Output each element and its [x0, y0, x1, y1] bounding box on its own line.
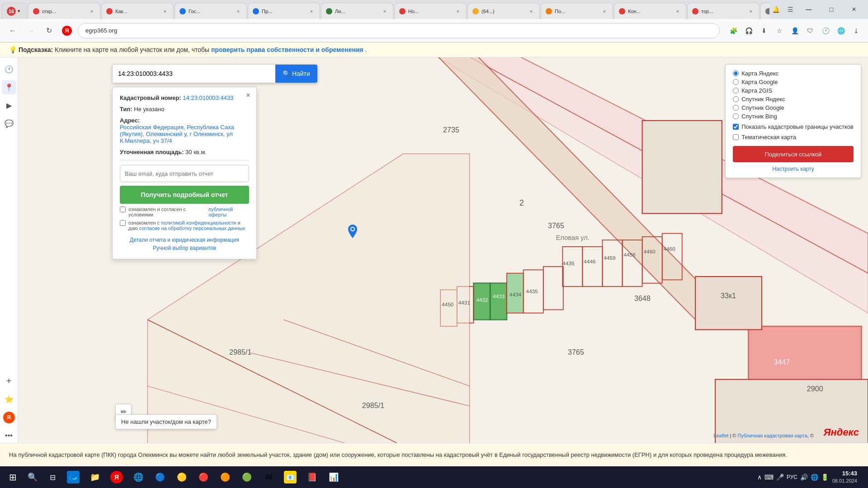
taskbar-search-button[interactable]: 🔍: [24, 468, 42, 486]
tab-8[interactable]: (64...) ×: [467, 3, 540, 19]
tab-5[interactable]: Пр... ×: [248, 3, 320, 19]
leaflet-link[interactable]: Leaflet: [713, 433, 728, 438]
tray-mic-icon[interactable]: 🎤: [776, 474, 784, 481]
search-button[interactable]: 🔍 Найти: [275, 65, 317, 83]
tray-battery-icon[interactable]: 🔋: [821, 474, 829, 481]
tab-close-8[interactable]: ×: [528, 8, 535, 15]
tab-close-9[interactable]: ×: [601, 8, 608, 15]
radio-bing-sat-input[interactable]: [733, 113, 739, 119]
tab-3[interactable]: Как... ×: [101, 3, 174, 19]
taskbar-mail2-app[interactable]: 📧: [280, 469, 300, 485]
clock-icon[interactable]: 🕐: [819, 24, 832, 37]
sidebar-chat-icon[interactable]: 💬: [2, 116, 16, 131]
tab-close-6[interactable]: ×: [381, 8, 388, 15]
personal-data-link[interactable]: согласие на обработку персональных данны…: [139, 225, 245, 231]
tab-close-2[interactable]: ×: [88, 8, 95, 15]
share-button[interactable]: Поделиться ссылкой: [733, 146, 854, 162]
tab-9[interactable]: По... ×: [541, 3, 613, 19]
tab-counter[interactable]: 16 ▾: [2, 3, 27, 19]
tab-10[interactable]: Кон... ×: [614, 3, 686, 19]
close-button[interactable]: ×: [844, 2, 864, 17]
tab-close-11[interactable]: ×: [747, 8, 755, 15]
search-input[interactable]: [113, 65, 275, 83]
radio-google-map-input[interactable]: [733, 79, 739, 85]
email-input[interactable]: [120, 165, 249, 182]
sidebar-clock-icon[interactable]: 🕐: [2, 62, 16, 76]
taskbar-app-8[interactable]: 🟠: [215, 469, 235, 485]
forward-button[interactable]: →: [24, 23, 38, 38]
minimize-button[interactable]: ─: [798, 2, 819, 17]
offer-checkbox[interactable]: [120, 206, 126, 212]
offer-link[interactable]: публичной оферты: [208, 206, 249, 217]
tray-up-icon[interactable]: ∧: [757, 474, 762, 481]
sidebar-video-icon[interactable]: ▶: [2, 98, 16, 113]
menu-icon[interactable]: ☰: [784, 3, 797, 16]
cadastral-link[interactable]: 14:23:010003:4433: [183, 94, 233, 101]
taskbar-app-9[interactable]: 🟢: [237, 469, 257, 485]
tab-6[interactable]: Ли... ×: [321, 3, 393, 19]
taskbar-excel-app[interactable]: 📊: [324, 469, 344, 485]
radio-yandex-sat-input[interactable]: [733, 96, 739, 102]
downloads-icon[interactable]: ⬇: [758, 24, 770, 37]
taskbar-app-7[interactable]: 🔴: [193, 469, 213, 485]
tab-close-4[interactable]: ×: [235, 8, 242, 15]
bookmark-icon[interactable]: ☆: [773, 24, 786, 37]
radio-google-sat-input[interactable]: [733, 105, 739, 111]
profile-icon[interactable]: 👤: [788, 24, 801, 37]
sidebar-add-icon[interactable]: +: [2, 374, 16, 389]
taskbar-taskview-button[interactable]: ⊟: [43, 468, 61, 486]
taskbar-app-5[interactable]: 🔵: [150, 469, 170, 485]
tab-4[interactable]: Гос... ×: [175, 3, 247, 19]
tray-keyboard-icon[interactable]: ⌨: [764, 474, 774, 481]
show-cadastral-checkbox[interactable]: [733, 124, 739, 130]
notifications-icon[interactable]: 🔔: [769, 3, 782, 16]
address-link[interactable]: Российская Федерация, Республика Саха (Я…: [120, 124, 234, 144]
tab-close-3[interactable]: ×: [161, 8, 169, 15]
pkk-link[interactable]: Публичная кадастровая карта: [738, 433, 807, 438]
popup-close-button[interactable]: ×: [244, 91, 253, 100]
get-report-button[interactable]: Получить подробный отчет: [120, 186, 249, 204]
back-button[interactable]: ←: [5, 23, 20, 38]
hint-link[interactable]: проверить права собственности и обремене…: [211, 46, 363, 53]
tab-12[interactable]: Рее... ×: [760, 3, 769, 19]
headphones-icon[interactable]: 🎧: [742, 24, 755, 37]
tab-close-10[interactable]: ×: [674, 8, 681, 15]
tray-lang-label[interactable]: РУС: [787, 474, 797, 480]
tray-speaker-icon[interactable]: 🔊: [800, 474, 808, 481]
tab-2[interactable]: откр... ×: [28, 3, 100, 19]
radio-2gis-map-input[interactable]: [733, 88, 739, 94]
extensions-icon[interactable]: 🧩: [727, 24, 740, 37]
taskbar-app-4[interactable]: 🌐: [128, 469, 148, 485]
taskbar-email-app[interactable]: ✉: [259, 469, 278, 485]
sidebar-location-icon[interactable]: 📍: [2, 80, 16, 94]
radio-yandex-map-input[interactable]: [733, 70, 739, 76]
taskbar-acrobat-app[interactable]: 📕: [302, 469, 322, 485]
tab-7[interactable]: Но... ×: [394, 3, 467, 19]
taskbar-edge-app[interactable]: [63, 469, 83, 485]
tab-11[interactable]: тор... ×: [687, 3, 760, 19]
download-icon[interactable]: ⤓: [850, 24, 863, 37]
taskbar-app-6[interactable]: 🟡: [172, 469, 192, 485]
start-button[interactable]: ⊞: [4, 468, 22, 486]
refresh-button[interactable]: ↻: [42, 23, 56, 38]
privacy-checkbox[interactable]: [120, 220, 126, 226]
sidebar-yandex-circle[interactable]: Я: [2, 410, 16, 425]
map-area[interactable]: 2735 2 3765 Еловая ул. 3648 33к1 3765 34…: [18, 57, 868, 443]
shield-icon[interactable]: 🛡: [804, 24, 816, 37]
tab-close-7[interactable]: ×: [454, 8, 462, 15]
translate-icon[interactable]: 🌐: [835, 24, 847, 37]
taskbar-yandex-app[interactable]: Я: [107, 469, 127, 485]
privacy-link[interactable]: политикой конфиденциальности: [161, 220, 236, 225]
maximize-button[interactable]: □: [821, 2, 842, 17]
manual-link[interactable]: Ручной выбор вариантов: [153, 245, 216, 251]
taskbar-folder-app[interactable]: 📁: [85, 469, 105, 485]
thematic-map-checkbox[interactable]: [733, 134, 739, 140]
tab-close-5[interactable]: ×: [308, 8, 315, 15]
sidebar-star-icon[interactable]: ⭐: [2, 392, 16, 407]
address-input[interactable]: egrp365.org: [78, 23, 720, 38]
sidebar-dots-icon[interactable]: •••: [2, 428, 16, 443]
details-link[interactable]: Детали отчета и юридическая информация: [130, 237, 239, 243]
tray-network-icon[interactable]: 🌐: [811, 474, 818, 481]
taskbar-clock[interactable]: 15:43 08.01.2024: [832, 470, 857, 484]
settings-link[interactable]: Настроить карту: [733, 166, 854, 172]
